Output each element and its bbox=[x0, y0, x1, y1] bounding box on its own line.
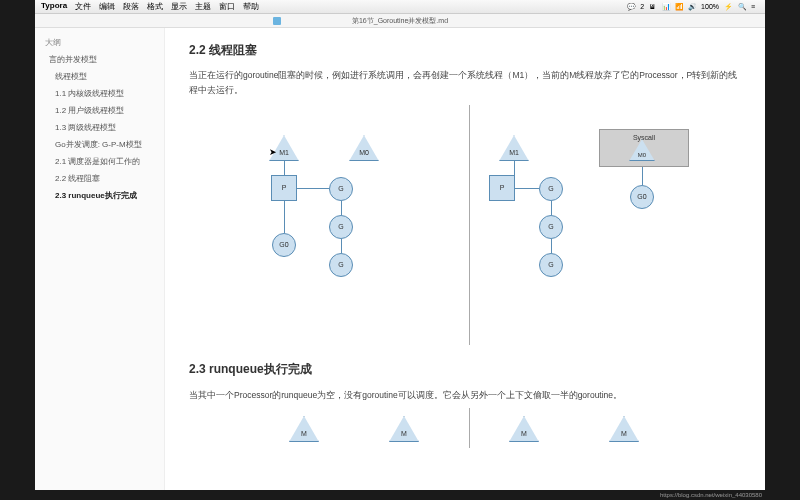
shape-g-right-1: G bbox=[539, 177, 563, 201]
menubar: Typora 文件 编辑 段落 格式 显示 主题 窗口 帮助 💬 2 🖥 📊 📶… bbox=[35, 0, 765, 14]
menu-format[interactable]: 格式 bbox=[147, 1, 163, 12]
conn bbox=[341, 239, 342, 253]
diagram-2-3: M M M M bbox=[189, 408, 741, 448]
watermark-url: https://blog.csdn.net/weixin_44030580 bbox=[660, 492, 762, 498]
conn bbox=[515, 188, 539, 189]
cursor-icon: ➤ bbox=[269, 145, 277, 160]
sidebar-item-1-2[interactable]: 1.2 用户级线程模型 bbox=[35, 102, 164, 119]
menu-file[interactable]: 文件 bbox=[75, 1, 91, 12]
shape-g-left-2: G bbox=[329, 215, 353, 239]
doc-icon bbox=[273, 17, 281, 25]
sidebar-item-2-3[interactable]: 2.3 runqueue执行完成 bbox=[35, 187, 164, 204]
conn bbox=[341, 201, 342, 215]
content-area: 2.2 线程阻塞 当正在运行的goroutine阻塞的时候，例如进行系统调用，会… bbox=[165, 28, 765, 490]
sidebar-item-1-1[interactable]: 1.1 内核级线程模型 bbox=[35, 85, 164, 102]
shape-m0-left: M0 bbox=[349, 135, 379, 161]
shape-m1-right: M1 bbox=[499, 135, 529, 161]
conn bbox=[551, 239, 552, 253]
shape-g0-left: G0 bbox=[272, 233, 296, 257]
shape-m-a: M bbox=[289, 416, 319, 442]
conn bbox=[297, 188, 329, 189]
monitor-icon[interactable]: 🖥 bbox=[649, 3, 657, 11]
heading-2-2: 2.2 线程阻塞 bbox=[189, 40, 741, 60]
shape-g-right-2: G bbox=[539, 215, 563, 239]
paragraph-2-2: 当正在运行的goroutine阻塞的时候，例如进行系统调用，会再创建一个系统线程… bbox=[189, 68, 741, 97]
outline-sidebar: 大纲 言的并发模型 线程模型 1.1 内核级线程模型 1.2 用户级线程模型 1… bbox=[35, 28, 165, 490]
shape-m-d: M bbox=[609, 416, 639, 442]
menu-paragraph[interactable]: 段落 bbox=[123, 1, 139, 12]
shape-m-b: M bbox=[389, 416, 419, 442]
outline-heading: 大纲 bbox=[35, 34, 164, 51]
shape-p-right: P bbox=[489, 175, 515, 201]
menu-window[interactable]: 窗口 bbox=[219, 1, 235, 12]
shape-p-left: P bbox=[271, 175, 297, 201]
doc-title: 第16节_Goroutine并发模型.md bbox=[352, 16, 448, 26]
sidebar-item-1-3[interactable]: 1.3 两级线程模型 bbox=[35, 119, 164, 136]
sidebar-item-2-2[interactable]: 2.2 线程阻塞 bbox=[35, 170, 164, 187]
paragraph-2-3: 当其中一个Processor的runqueue为空，没有goroutine可以调… bbox=[189, 388, 741, 402]
menu-edit[interactable]: 编辑 bbox=[99, 1, 115, 12]
shape-g-left-1: G bbox=[329, 177, 353, 201]
shape-m0-right: M0 bbox=[629, 139, 655, 161]
diagram-divider bbox=[469, 105, 470, 345]
menu-theme[interactable]: 主题 bbox=[195, 1, 211, 12]
chart-icon[interactable]: 📊 bbox=[662, 3, 670, 11]
sidebar-item-thread-model[interactable]: 线程模型 bbox=[35, 68, 164, 85]
diagram2-divider bbox=[469, 408, 470, 448]
app-name: Typora bbox=[41, 1, 67, 12]
menu-icon[interactable]: ≡ bbox=[751, 3, 759, 11]
sidebar-item-concurrency[interactable]: 言的并发模型 bbox=[35, 51, 164, 68]
conn bbox=[642, 167, 643, 185]
conn bbox=[551, 201, 552, 215]
shape-g-right-3: G bbox=[539, 253, 563, 277]
conn bbox=[514, 161, 515, 175]
conn bbox=[284, 161, 285, 175]
battery-pct: 100% bbox=[701, 3, 719, 10]
search-icon[interactable]: 🔍 bbox=[738, 3, 746, 11]
shape-g0-right: G0 bbox=[630, 185, 654, 209]
status-badge: 2 bbox=[640, 3, 644, 10]
shape-g-left-3: G bbox=[329, 253, 353, 277]
wifi-icon[interactable]: 📶 bbox=[675, 3, 683, 11]
menu-help[interactable]: 帮助 bbox=[243, 1, 259, 12]
heading-2-3: 2.3 runqueue执行完成 bbox=[189, 359, 741, 379]
battery-icon: ⚡ bbox=[724, 3, 733, 11]
menu-view[interactable]: 显示 bbox=[171, 1, 187, 12]
shape-m-c: M bbox=[509, 416, 539, 442]
titlebar: 第16节_Goroutine并发模型.md bbox=[35, 14, 765, 28]
wechat-icon[interactable]: 💬 bbox=[627, 3, 635, 11]
volume-icon[interactable]: 🔊 bbox=[688, 3, 696, 11]
sidebar-item-gpm[interactable]: Go并发调度: G-P-M模型 bbox=[35, 136, 164, 153]
sidebar-item-2-1[interactable]: 2.1 调度器是如何工作的 bbox=[35, 153, 164, 170]
diagram-2-2: M1 M0 P G G G G0 M1 P G G bbox=[189, 105, 741, 345]
conn bbox=[284, 201, 285, 233]
